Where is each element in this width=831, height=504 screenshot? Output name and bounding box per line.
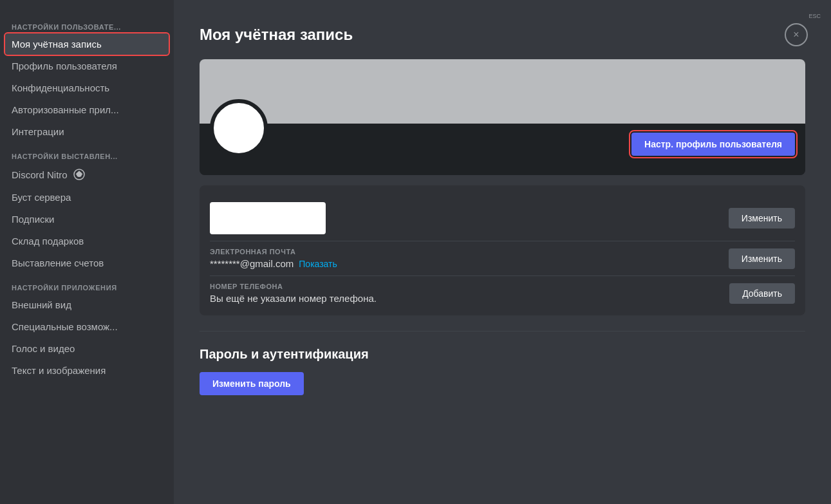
esc-label: ESC bbox=[808, 13, 821, 19]
main-content: × ESC Моя учётная запись Настр. профиль … bbox=[174, 0, 831, 504]
sidebar-item-authorized-apps[interactable]: Авторизованные прил... bbox=[5, 99, 169, 120]
sidebar-item-voice-video[interactable]: Голос и видео bbox=[5, 338, 169, 359]
phone-row: НОМЕР ТЕЛЕФОНА Вы ещё не указали номер т… bbox=[210, 276, 795, 310]
avatar-area bbox=[210, 112, 268, 157]
sidebar-item-privacy[interactable]: Конфиденциальность bbox=[5, 77, 169, 98]
password-section-title: Пароль и аутентификация bbox=[200, 347, 805, 362]
sidebar-item-accessibility[interactable]: Специальные возмож... bbox=[5, 316, 169, 337]
account-info-card: Изменить ЭЛЕКТРОННАЯ ПОЧТА ********@gmai… bbox=[200, 185, 805, 315]
phone-value: Вы ещё не указали номер телефона. bbox=[210, 293, 719, 304]
email-row: ЭЛЕКТРОННАЯ ПОЧТА ********@gmail.com Пок… bbox=[210, 241, 795, 276]
page-title: Моя учётная запись bbox=[200, 26, 805, 44]
sidebar-item-label: Внешний вид bbox=[12, 299, 71, 310]
email-show-link[interactable]: Показать bbox=[299, 259, 337, 269]
profile-body: Настр. профиль пользователя bbox=[200, 124, 805, 175]
sidebar-item-subscriptions[interactable]: Подписки bbox=[5, 209, 169, 230]
sidebar-item-label: Профиль пользователя bbox=[12, 61, 117, 71]
add-phone-button[interactable]: Добавить bbox=[729, 283, 795, 304]
change-password-button[interactable]: Изменить пароль bbox=[200, 372, 304, 395]
sidebar-item-my-account[interactable]: Моя учётная запись bbox=[5, 33, 169, 55]
phone-left: НОМЕР ТЕЛЕФОНА Вы ещё не указали номер т… bbox=[210, 283, 719, 304]
sidebar-item-label: Конфиденциальность bbox=[12, 82, 109, 93]
sidebar-item-label: Склад подарков bbox=[12, 236, 84, 247]
sidebar-item-label: Авторизованные прил... bbox=[12, 104, 119, 115]
sidebar-item-label: Специальные возмож... bbox=[12, 321, 118, 332]
sidebar-item-label: Буст сервера bbox=[12, 192, 71, 203]
email-left: ЭЛЕКТРОННАЯ ПОЧТА ********@gmail.com Пок… bbox=[210, 248, 718, 269]
sidebar-item-label: Интеграции bbox=[12, 126, 64, 137]
email-value: ********@gmail.com Показать bbox=[210, 258, 718, 269]
phone-label: НОМЕР ТЕЛЕФОНА bbox=[210, 283, 719, 290]
username-row: Изменить bbox=[210, 196, 795, 241]
sidebar: НАСТРОЙКИ ПОЛЬЗОВАТЕ... Моя учётная запи… bbox=[0, 0, 174, 504]
sidebar-item-label: Моя учётная запись bbox=[12, 39, 102, 50]
close-icon: × bbox=[793, 29, 799, 41]
username-left bbox=[210, 202, 718, 234]
sidebar-item-gift-inventory[interactable]: Склад подарков bbox=[5, 230, 169, 252]
sidebar-item-label: Выставление счетов bbox=[12, 257, 104, 268]
change-email-button[interactable]: Изменить bbox=[729, 248, 795, 269]
username-value-box bbox=[210, 202, 326, 234]
nitro-icon bbox=[73, 168, 86, 181]
close-area: × ESC bbox=[808, 10, 821, 19]
sidebar-item-profile[interactable]: Профиль пользователя bbox=[5, 55, 169, 77]
sidebar-item-nitro[interactable]: Discord Nitro bbox=[5, 163, 169, 186]
sidebar-item-label: Голос и видео bbox=[12, 343, 75, 354]
change-username-button[interactable]: Изменить bbox=[729, 208, 795, 229]
sidebar-section-billing-settings: НАСТРОЙКИ ВЫСТАВЛЕН... bbox=[5, 147, 169, 163]
sidebar-item-label: Подписки bbox=[12, 214, 55, 225]
email-label: ЭЛЕКТРОННАЯ ПОЧТА bbox=[210, 248, 718, 256]
sidebar-item-appearance[interactable]: Внешний вид bbox=[5, 294, 169, 315]
close-button[interactable]: × bbox=[785, 23, 808, 46]
sidebar-item-label: Discord Nitro bbox=[12, 169, 68, 180]
avatar bbox=[210, 99, 268, 157]
profile-card: Настр. профиль пользователя bbox=[200, 59, 805, 175]
sidebar-item-label: Текст и изображения bbox=[12, 365, 106, 376]
sidebar-item-integrations[interactable]: Интеграции bbox=[5, 121, 169, 142]
sidebar-item-billing[interactable]: Выставление счетов bbox=[5, 252, 169, 274]
email-masked: ********@gmail.com bbox=[210, 258, 294, 269]
customize-profile-button[interactable]: Настр. профиль пользователя bbox=[631, 133, 795, 156]
phone-text: Вы ещё не указали номер телефона. bbox=[210, 293, 377, 304]
profile-banner bbox=[200, 59, 805, 124]
section-divider bbox=[200, 331, 805, 331]
sidebar-section-app-settings: НАСТРОЙКИ ПРИЛОЖЕНИЯ bbox=[5, 279, 169, 294]
sidebar-item-server-boost[interactable]: Буст сервера bbox=[5, 187, 169, 208]
sidebar-section-user-settings: НАСТРОЙКИ ПОЛЬЗОВАТЕ... bbox=[5, 18, 169, 33]
sidebar-item-text-images[interactable]: Текст и изображения bbox=[5, 360, 169, 381]
